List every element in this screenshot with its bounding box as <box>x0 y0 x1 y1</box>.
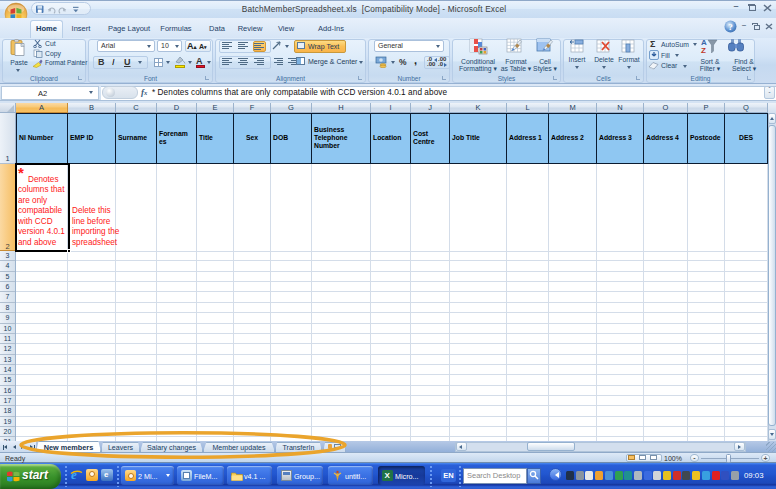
svg-text:Z: Z <box>701 46 706 54</box>
svg-text:e: e <box>71 468 77 482</box>
svg-text:?: ? <box>728 22 733 32</box>
